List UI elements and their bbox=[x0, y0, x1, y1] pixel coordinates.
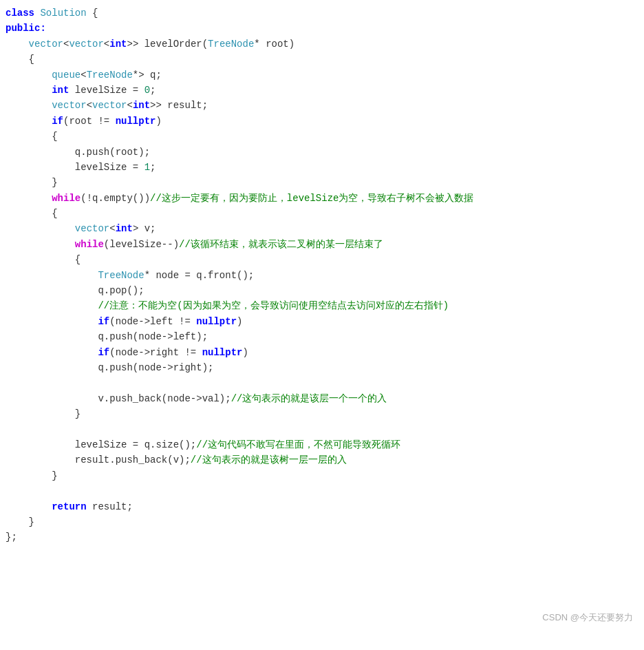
code-line: //注意：不能为空(因为如果为空，会导致访问使用空结点去访问对应的左右指针) bbox=[3, 298, 641, 313]
code-line: int levelSize = 0; bbox=[3, 83, 641, 98]
code-line: levelSize = q.size();//这句代码不敢写在里面，不然可能导致… bbox=[3, 437, 641, 452]
code-line: } bbox=[3, 406, 641, 421]
code-line: q.push(node->right); bbox=[3, 360, 641, 375]
code-line: if(node->right != nullptr) bbox=[3, 345, 641, 360]
code-line: class Solution { bbox=[3, 6, 641, 21]
code-line: levelSize = 1; bbox=[3, 160, 641, 175]
code-container: class Solution {public: vector<vector<in… bbox=[0, 0, 644, 633]
code-line: } bbox=[3, 468, 641, 483]
code-line: vector<vector<int>> levelOrder(TreeNode*… bbox=[3, 36, 641, 52]
code-line: public: bbox=[3, 21, 641, 36]
code-line bbox=[3, 422, 641, 437]
code-block: class Solution {public: vector<vector<in… bbox=[3, 6, 641, 545]
code-line: v.push_back(node->val);//这句表示的就是该层一个一个的入 bbox=[3, 391, 641, 406]
code-line: q.pop(); bbox=[3, 283, 641, 298]
code-line: result.push_back(v);//这句表示的就是该树一层一层的入 bbox=[3, 452, 641, 468]
code-line: vector<vector<int>> result; bbox=[3, 98, 641, 113]
code-line: queue<TreeNode*> q; bbox=[3, 67, 641, 83]
code-line: { bbox=[3, 252, 641, 267]
code-line bbox=[3, 483, 641, 499]
code-line: while(!q.empty())//这步一定要有，因为要防止，levelSiz… bbox=[3, 191, 641, 206]
code-line: TreeNode* node = q.front(); bbox=[3, 268, 641, 283]
code-line: vector<int> v; bbox=[3, 221, 641, 236]
code-line: { bbox=[3, 52, 641, 67]
code-line: q.push(root); bbox=[3, 145, 641, 160]
code-line: { bbox=[3, 129, 641, 144]
code-line: if(node->left != nullptr) bbox=[3, 314, 641, 329]
code-line: }; bbox=[3, 530, 641, 545]
watermark: CSDN @今天还要努力 bbox=[542, 611, 633, 625]
code-line: if(root != nullptr) bbox=[3, 114, 641, 129]
code-line: return result; bbox=[3, 499, 641, 514]
code-line: } bbox=[3, 514, 641, 530]
code-line: { bbox=[3, 206, 641, 221]
code-line bbox=[3, 375, 641, 390]
code-line: while(levelSize--)//该循环结束，就表示该二叉树的某一层结束了 bbox=[3, 237, 641, 252]
code-line: } bbox=[3, 175, 641, 190]
code-line: q.push(node->left); bbox=[3, 329, 641, 344]
